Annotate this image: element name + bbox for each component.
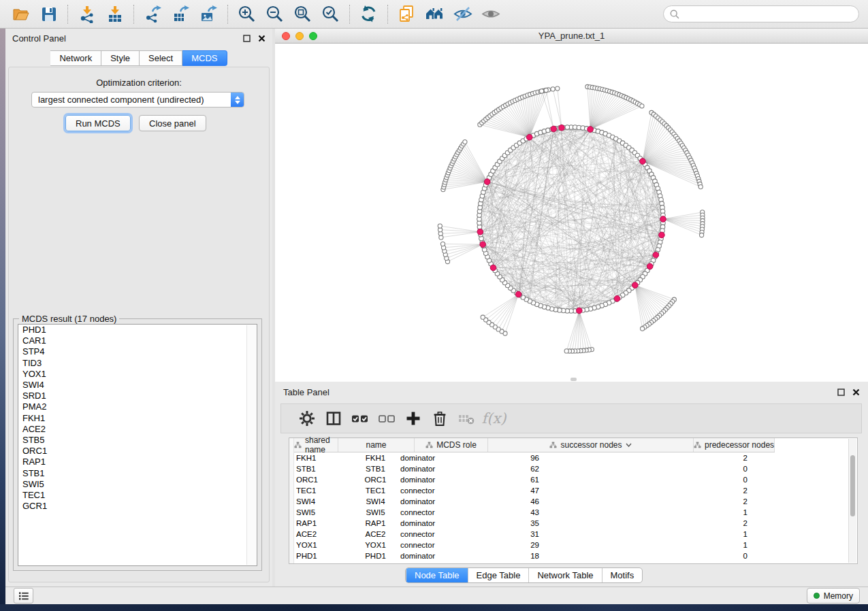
network-node[interactable]	[564, 349, 568, 353]
export-table-button[interactable]	[167, 3, 195, 26]
network-hub-node[interactable]	[660, 216, 666, 222]
network-node[interactable]	[440, 242, 445, 246]
control-panel-tab[interactable]: Style	[101, 50, 140, 66]
mcds-result-item[interactable]: STP4	[18, 346, 257, 357]
control-panel-tab[interactable]: Select	[140, 50, 182, 66]
network-edge[interactable]	[643, 120, 660, 161]
table-row[interactable]: SWI5 SWI5 connector 43 1	[294, 507, 857, 518]
network-edge[interactable]	[492, 295, 519, 325]
mcds-result-item[interactable]: YOX1	[18, 369, 257, 380]
delete-column-button[interactable]	[426, 406, 453, 431]
network-hub-node[interactable]	[632, 282, 639, 288]
network-hub-node[interactable]	[490, 265, 496, 271]
network-edge[interactable]	[443, 244, 483, 245]
network-hub-node[interactable]	[640, 159, 646, 165]
export-network-button[interactable]	[139, 3, 167, 26]
mcds-result-scrollbar[interactable]	[246, 325, 256, 565]
network-edge[interactable]	[460, 150, 487, 182]
control-panel-tab[interactable]: MCDS	[182, 50, 227, 66]
network-edge[interactable]	[464, 144, 487, 182]
column-header[interactable]: shared name	[294, 438, 338, 452]
network-hscroll-thumb[interactable]	[570, 378, 577, 381]
mcds-result-item[interactable]: PMA2	[18, 401, 257, 412]
show-navigator-button[interactable]	[421, 3, 449, 26]
network-hub-node[interactable]	[653, 252, 659, 258]
select-all-rows-button[interactable]	[347, 406, 373, 431]
network-hub-node[interactable]	[551, 126, 557, 132]
network-edge[interactable]	[590, 103, 637, 129]
save-session-button[interactable]	[35, 3, 63, 26]
table-panel-tab[interactable]: Motifs	[602, 568, 643, 582]
column-header[interactable]: successor nodes	[488, 438, 694, 452]
network-hub-node[interactable]	[484, 179, 490, 185]
network-edge[interactable]	[558, 88, 562, 128]
close-panel-button[interactable]: Close panel	[139, 115, 206, 131]
run-mcds-button[interactable]: Run MCDS	[65, 115, 131, 131]
network-canvas-svg[interactable]	[275, 44, 868, 382]
mcds-result-item[interactable]: SWI4	[18, 380, 257, 391]
table-panel-tab[interactable]: Network Table	[528, 568, 601, 582]
mcds-result-item[interactable]: PHD1	[18, 325, 257, 335]
show-graphics-details-button[interactable]	[477, 3, 504, 26]
show-columns-button[interactable]	[320, 406, 347, 431]
export-image-button[interactable]	[195, 3, 223, 26]
table-scrollbar-thumb[interactable]	[850, 455, 855, 516]
mcds-result-item[interactable]: ORC1	[18, 446, 257, 457]
mcds-result-item[interactable]: TEC1	[18, 490, 257, 501]
network-hub-node[interactable]	[577, 308, 583, 314]
mcds-result-item[interactable]: ACE2	[18, 424, 257, 435]
table-row[interactable]: FKH1 FKH1 dominator 96 2	[294, 452, 857, 463]
mcds-result-item[interactable]: CAR1	[18, 335, 257, 346]
open-file-button[interactable]	[7, 3, 35, 26]
table-row[interactable]: ACE2 ACE2 connector 31 1	[294, 529, 857, 540]
network-hub-node[interactable]	[659, 232, 665, 238]
table-row[interactable]: STB1 STB1 dominator 62 0	[294, 463, 857, 474]
control-panel-tab[interactable]: Network	[50, 50, 101, 66]
network-edge[interactable]	[445, 244, 483, 251]
hide-graphics-details-button[interactable]	[449, 3, 477, 26]
table-scrollbar[interactable]	[848, 439, 856, 563]
network-edge[interactable]	[447, 244, 483, 258]
float-panel-icon[interactable]	[243, 35, 251, 42]
network-hub-node[interactable]	[559, 125, 565, 131]
table-panel-tab[interactable]: Node Table	[406, 568, 468, 582]
network-node[interactable]	[481, 315, 485, 319]
minimize-window-icon[interactable]	[295, 32, 304, 40]
mcds-result-item[interactable]: STB5	[18, 435, 257, 446]
table-row[interactable]: PHD1 PHD1 dominator 18 0	[294, 550, 857, 561]
network-hub-node[interactable]	[588, 127, 594, 133]
network-edge[interactable]	[530, 92, 538, 137]
close-panel-icon[interactable]	[258, 35, 266, 42]
network-edge[interactable]	[443, 182, 487, 190]
network-edge[interactable]	[569, 311, 579, 352]
network-node[interactable]	[698, 185, 703, 189]
table-row[interactable]: RAP1 RAP1 dominator 35 2	[294, 518, 857, 529]
table-row[interactable]: TEC1 TEC1 connector 47 2	[294, 485, 857, 496]
search-input[interactable]	[684, 8, 852, 20]
network-node[interactable]	[565, 125, 570, 130]
network-edge[interactable]	[635, 285, 664, 312]
network-edge[interactable]	[663, 219, 702, 232]
network-hub-node[interactable]	[647, 263, 653, 269]
table-row[interactable]: YOX1 YOX1 connector 29 1	[294, 540, 857, 550]
network-hub-node[interactable]	[480, 242, 486, 248]
network-edge[interactable]	[486, 295, 519, 320]
mcds-result-item[interactable]: FKH1	[18, 413, 257, 424]
network-node[interactable]	[540, 89, 544, 93]
duplicate-network-button[interactable]	[393, 3, 421, 26]
import-network-button[interactable]	[73, 3, 101, 26]
network-node[interactable]	[556, 86, 560, 90]
network-node[interactable]	[640, 104, 644, 108]
close-panel-icon[interactable]	[852, 389, 860, 396]
zoom-in-button[interactable]	[233, 3, 261, 26]
network-edge[interactable]	[489, 295, 519, 323]
zoom-fit-button[interactable]	[289, 3, 317, 26]
network-edge[interactable]	[590, 95, 620, 129]
network-hub-node[interactable]	[515, 291, 521, 297]
column-header[interactable]: predecessor nodes	[694, 438, 775, 452]
apply-layout-button[interactable]	[355, 3, 383, 26]
table-row[interactable]: SWI4 SWI4 dominator 46 2	[294, 496, 857, 507]
network-hub-node[interactable]	[526, 134, 532, 140]
network-edge[interactable]	[553, 89, 562, 128]
mcds-result-item[interactable]: RAP1	[18, 457, 257, 467]
